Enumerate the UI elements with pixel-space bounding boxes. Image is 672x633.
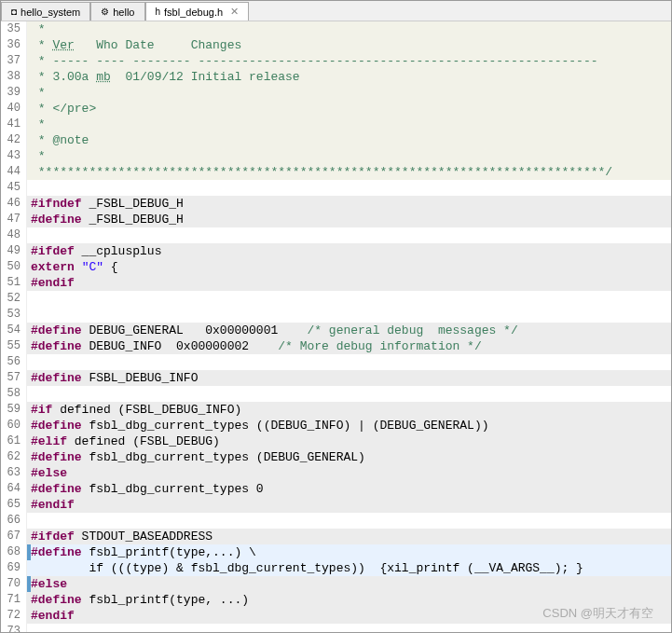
code-line[interactable]: #define fsbl_dbg_current_types (DEBUG_GE… [27, 449, 671, 465]
code-line[interactable] [27, 291, 671, 307]
line-number: 55 [7, 338, 21, 354]
line-number: 73 [7, 624, 21, 632]
line-number: 67 [7, 529, 21, 544]
code-line[interactable] [27, 624, 671, 632]
code-line[interactable] [27, 307, 671, 323]
line-number: 72 [7, 608, 21, 624]
code-line[interactable]: #ifdef __cplusplus [27, 243, 671, 259]
code-line[interactable]: #ifdef STDOUT_BASEADDRESS [27, 529, 671, 544]
line-number: 56 [7, 354, 21, 370]
line-number: 69 [7, 560, 21, 576]
gear-icon: ⚙ [101, 7, 109, 17]
code-line[interactable]: * [27, 85, 671, 101]
line-number: 64 [7, 481, 21, 497]
code-line[interactable]: #else [27, 465, 671, 481]
line-number: 47 [7, 212, 21, 227]
line-number-gutter: 3536373839404142434445464748495051525354… [1, 21, 27, 632]
code-line[interactable]: * @note [27, 132, 671, 148]
code-line[interactable]: #ifndef _FSBL_DEBUG_H [27, 196, 671, 212]
line-number: 54 [7, 323, 21, 338]
code-line[interactable]: * [27, 117, 671, 132]
line-number: 51 [7, 275, 21, 291]
line-number: 50 [7, 259, 21, 275]
line-number: 57 [7, 370, 21, 386]
line-number: 63 [7, 465, 21, 481]
code-line[interactable]: #define FSBL_DEBUG_INFO [27, 370, 671, 386]
code-line[interactable]: #define fsbl_dbg_current_types 0 [27, 481, 671, 497]
code-line[interactable]: #else [27, 576, 671, 592]
line-number: 61 [7, 433, 21, 449]
code-line[interactable] [27, 180, 671, 196]
code-line[interactable]: #endif [27, 275, 671, 291]
line-number: 49 [7, 243, 21, 259]
line-number: 71 [7, 592, 21, 608]
line-number: 43 [7, 148, 21, 164]
code-line[interactable]: #define DEBUG_INFO 0x00000002 /* More de… [27, 338, 671, 354]
line-number: 41 [7, 117, 21, 132]
code-line[interactable]: #define _FSBL_DEBUG_H [27, 212, 671, 227]
code-line[interactable]: * Ver Who Date Changes [27, 37, 671, 53]
line-number: 38 [7, 69, 21, 85]
line-number: 44 [7, 164, 21, 180]
code-area[interactable]: * * Ver Who Date Changes * ----- ---- --… [27, 21, 671, 632]
line-number: 70 [7, 576, 21, 592]
line-number: 65 [7, 497, 21, 513]
code-line[interactable]: #endif [27, 497, 671, 513]
line-number: 40 [7, 101, 21, 117]
line-number: 60 [7, 418, 21, 433]
code-line[interactable] [27, 227, 671, 243]
code-line[interactable]: #define DEBUG_GENERAL 0x00000001 /* gene… [27, 323, 671, 338]
code-line[interactable]: * [27, 21, 671, 37]
line-number: 59 [7, 402, 21, 418]
code-line[interactable]: * ----- ---- -------- ------------------… [27, 53, 671, 69]
code-line[interactable]: * 3.00a mb 01/09/12 Initial release [27, 69, 671, 85]
tab-label: hello [113, 7, 134, 18]
line-number: 37 [7, 53, 21, 69]
header-file-icon: h [156, 7, 161, 17]
code-editor[interactable]: 3536373839404142434445464748495051525354… [1, 21, 671, 632]
tab-fsbl-debug[interactable]: h fsbl_debug.h ✕ [145, 2, 250, 21]
line-number: 48 [7, 227, 21, 243]
code-line[interactable]: ****************************************… [27, 164, 671, 180]
tab-hello-system[interactable]: ◘ hello_system [1, 2, 90, 21]
tab-hello[interactable]: ⚙ hello [90, 2, 144, 21]
line-number: 53 [7, 307, 21, 323]
code-line[interactable]: #elif defined (FSBL_DEBUG) [27, 433, 671, 449]
watermark: CSDN @明天才有空 [542, 605, 653, 622]
tab-label: hello_system [21, 7, 80, 18]
line-number: 35 [7, 21, 21, 37]
code-line[interactable]: #define fsbl_printf(type,...) \ [27, 544, 671, 560]
line-number: 39 [7, 85, 21, 101]
line-number: 52 [7, 291, 21, 307]
line-number: 36 [7, 37, 21, 53]
line-number: 62 [7, 449, 21, 465]
code-line[interactable]: * </pre> [27, 101, 671, 117]
code-line[interactable]: if (((type) & fsbl_dbg_current_types)) {… [27, 560, 671, 576]
code-line[interactable]: #define fsbl_dbg_current_types ((DEBUG_I… [27, 418, 671, 433]
line-number: 68 [7, 544, 21, 560]
tab-label: fsbl_debug.h [164, 7, 223, 18]
code-line[interactable] [27, 513, 671, 529]
code-line[interactable] [27, 354, 671, 370]
code-line[interactable] [27, 386, 671, 402]
line-number: 42 [7, 132, 21, 148]
project-icon: ◘ [11, 7, 17, 17]
line-number: 46 [7, 196, 21, 212]
code-line[interactable]: * [27, 148, 671, 164]
close-icon[interactable]: ✕ [230, 6, 239, 18]
line-number: 66 [7, 513, 21, 529]
code-line[interactable]: #if defined (FSBL_DEBUG_INFO) [27, 402, 671, 418]
line-number: 45 [7, 180, 21, 196]
code-line[interactable]: extern "C" { [27, 259, 671, 275]
editor-tabs: ◘ hello_system ⚙ hello h fsbl_debug.h ✕ [1, 1, 671, 21]
change-marker [27, 576, 31, 592]
line-number: 58 [7, 386, 21, 402]
change-marker [27, 544, 31, 560]
